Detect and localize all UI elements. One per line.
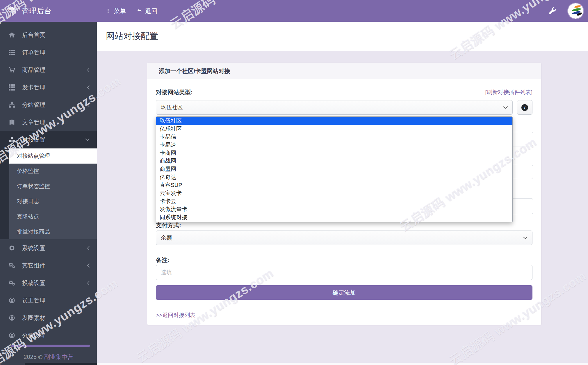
avatar-logo-icon [568,3,583,19]
gear-icon [8,245,16,251]
sidebar-item-label: 员工管理 [22,297,90,304]
chevron-left-icon [87,281,90,286]
sidebar-subitem-clone-site[interactable]: 克隆站点 [9,209,97,224]
dropdown-option[interactable]: 玖伍社区 [156,117,512,125]
chevron-down-small-icon [503,106,508,109]
home-icon [8,32,16,38]
sidebar-nav: 后台首页订单管理商品管理发卡管理分站管理文章管理对接设置对接站点管理价格监控订单… [0,22,97,344]
cart-icon [8,67,16,73]
user-icon [8,297,16,304]
dropdown-option[interactable]: 发傲流量卡 [156,205,512,214]
payment-label: 支付方式: [156,222,532,229]
user-icon [8,332,16,339]
sidebar-item-label: 发卡管理 [22,84,87,91]
dropdown-option[interactable]: 卡卡云 [156,197,512,205]
copyright: 2025 © 副业集中营 [0,353,97,361]
chevron-left-icon [87,263,90,268]
sidebar-item-label: 商品管理 [22,66,87,74]
note-label: 备注: [156,256,532,264]
sidebar-item-products[interactable]: 商品管理 [0,61,97,79]
sidebar-subitem-docking-sites[interactable]: 对接站点管理 [9,148,97,164]
sidebar-subitem-price-monitor[interactable]: 价格监控 [9,164,97,179]
submit-button[interactable]: 确定添加 [156,285,532,300]
menu-dots-icon [106,8,111,13]
sidebar-item-docking[interactable]: 对接设置 [0,131,97,148]
sidebar-submenu: 对接站点管理价格监控订单状态监控对接日志克隆站点批量对接商品 [0,148,97,239]
brand-link[interactable]: 副业集中营 [44,354,73,360]
topbar-brand: 管理后台 [0,6,97,16]
dropdown-option[interactable]: 商战网 [156,157,512,165]
sidebar-item-home[interactable]: 后台首页 [0,26,97,44]
sidebar-item-card-issuing[interactable]: 发卡管理 [0,79,97,96]
dropdown-option[interactable]: 亿乐社区 [156,125,512,133]
back-button[interactable]: 返回 [135,5,160,17]
content-area: 添加一个社区/卡盟网站对接 对接网站类型: [刷新对接插件列表] 玖伍社区 玖伍… [97,51,588,365]
sidebar-item-substations[interactable]: 分站管理 [0,96,97,114]
back-to-list-link[interactable]: >>返回对接列表 [156,311,195,319]
sidebar-item-distribution[interactable]: 分销设置 [0,327,97,344]
gears-icon [8,262,16,269]
sidebar-subitem-batch-docking[interactable]: 批量对接商品 [9,224,97,239]
page-title: 网站对接配置 [106,30,158,42]
sidebar-subitem-docking-logs[interactable]: 对接日志 [9,194,97,209]
tools-button[interactable] [549,7,556,15]
menu-button[interactable]: 菜单 [103,5,128,17]
site-type-label: 对接网站类型: [156,88,193,96]
page-header: 网站对接配置 [97,22,588,51]
chevron-left-icon [87,85,90,90]
back-button-label: 返回 [145,7,157,15]
sidebar-item-label: 分销设置 [22,332,90,339]
sidebar-subitem-order-status-monitor[interactable]: 订单状态监控 [9,179,97,194]
chevron-left-icon [87,102,90,107]
sidebar-item-label: 投稿设置 [22,279,87,287]
site-type-value: 玖伍社区 [161,104,183,111]
sidebar-item-label: 文章管理 [22,118,90,126]
copyright-year: 2025 © [24,354,42,360]
card-header: 添加一个社区/卡盟网站对接 [147,63,541,79]
dropdown-option[interactable]: 直客SUP [156,181,512,189]
add-site-card: 添加一个社区/卡盟网站对接 对接网站类型: [刷新对接插件列表] 玖伍社区 玖伍… [147,63,541,325]
refresh-plugins-link[interactable]: [刷新对接插件列表] [485,88,532,96]
sidebar-item-label: 系统设置 [22,244,87,252]
list-icon [8,49,16,56]
sidebar-item-label: 对接设置 [22,136,85,144]
site-type-dropdown: 玖伍社区亿乐社区卡易信卡易速卡商网商战网商盟网亿奇达直客SUP云宝发卡卡卡云发傲… [156,116,513,222]
card-body: 对接网站类型: [刷新对接插件列表] 玖伍社区 玖伍社区亿乐社区卡易信卡易速卡商… [147,79,541,325]
app-title: 管理后台 [22,6,52,16]
sidebar-item-label: 订单管理 [22,49,90,56]
content-bottom-strip [97,363,588,365]
sidebar-item-orders[interactable]: 订单管理 [0,44,97,61]
info-button[interactable]: i [517,100,532,115]
payment-select[interactable]: 余额 [156,231,532,245]
chevron-down-icon [85,138,90,141]
sidebar-item-materials[interactable]: 发圈素材 [0,309,97,327]
note-input[interactable] [156,265,532,280]
sidebar-item-label: 分站管理 [22,101,87,109]
dropdown-option[interactable]: 卡易速 [156,141,512,149]
chevron-left-icon [87,246,90,251]
dropdown-option[interactable]: 卡易信 [156,133,512,141]
admin-screen: 管理后台 菜单 返回 后台首页订单管理商品管理发卡管理分站管理文章管理对接设置对… [0,0,588,365]
sidebar-item-label: 后台首页 [22,31,90,39]
dropdown-option[interactable]: 卡商网 [156,149,512,157]
sidebar-item-submissions[interactable]: 投稿设置 [0,274,97,292]
sidebar-item-articles[interactable]: 文章管理 [0,114,97,131]
site-type-select[interactable]: 玖伍社区 [156,100,513,115]
sidebar-item-system[interactable]: 系统设置 [0,239,97,257]
site-type-row: 玖伍社区 玖伍社区亿乐社区卡易信卡易速卡商网商战网商盟网亿奇达直客SUP云宝发卡… [156,100,532,115]
return-arrow-icon [137,8,142,13]
main-area: 网站对接配置 添加一个社区/卡盟网站对接 对接网站类型: [刷新对接插件列表] … [97,22,588,365]
sidebar-progress-bar [11,345,90,347]
dropdown-option[interactable]: 亿奇达 [156,173,512,181]
dropdown-option[interactable]: 同系统对接 [156,213,512,222]
dropdown-option[interactable]: 云宝发卡 [156,189,512,197]
sidebar-item-components[interactable]: 其它组件 [0,257,97,274]
sidebar-item-label: 发圈素材 [22,314,90,322]
avatar[interactable] [568,3,583,19]
dropdown-option[interactable]: 商盟网 [156,165,512,173]
sitemap-icon [8,102,16,108]
chevron-down-small-icon [523,237,528,239]
book-icon [8,119,16,125]
sidebar-item-staff[interactable]: 员工管理 [0,292,97,309]
topbar: 管理后台 菜单 返回 [0,0,588,22]
